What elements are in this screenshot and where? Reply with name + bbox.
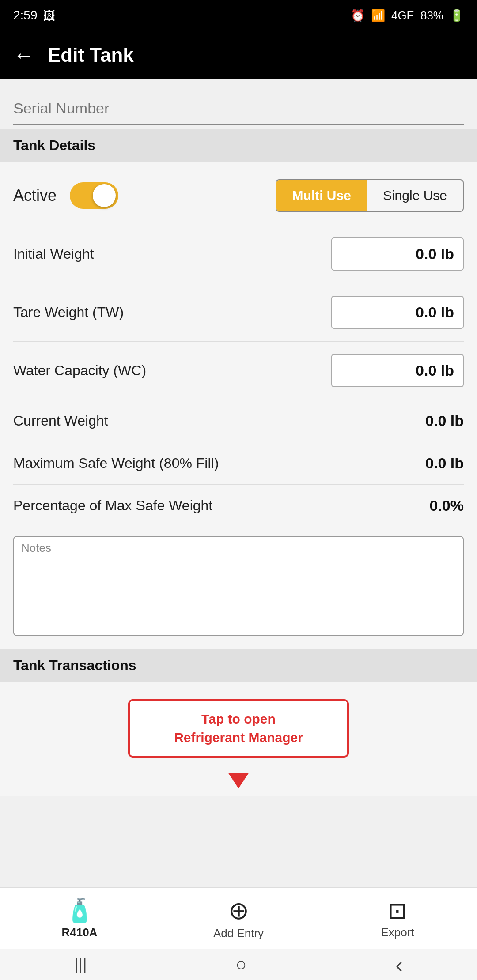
active-toggle[interactable] [70,182,118,209]
nav-refrigerant-label: R410A [62,926,98,939]
current-weight-label: Current Weight [13,413,375,429]
android-nav: ||| ○ ‹ [0,949,477,980]
nav-export-label: Export [381,926,414,939]
active-row: Active Multi Use Single Use [13,162,464,225]
tooltip-area: Tap to openRefrigerant Manager [0,682,477,796]
form-body: Active Multi Use Single Use Initial Weig… [0,162,477,649]
serial-number-section [0,79,477,125]
pct-max-safe-weight-row: Percentage of Max Safe Weight 0.0% [13,485,464,527]
water-capacity-input[interactable] [331,354,464,387]
notes-wrapper: Notes [13,536,464,636]
single-use-button[interactable]: Single Use [367,180,463,211]
add-entry-icon: ⊕ [228,898,249,923]
status-time: 2:59 [13,8,38,23]
status-battery: 83% [420,9,443,23]
current-weight-row: Current Weight 0.0 lb [13,400,464,442]
max-safe-weight-label: Maximum Safe Weight (80% Fill) [13,455,375,471]
tare-weight-label: Tare Weight (TW) [13,304,331,320]
tooltip-text: Tap to openRefrigerant Manager [143,710,334,747]
active-label: Active [13,186,57,205]
tooltip-arrow [228,771,249,792]
status-wifi-icon: 📶 [371,9,385,23]
notes-label: Notes [21,541,456,555]
back-button[interactable]: ← [13,45,34,66]
refrigerant-tank-icon: 🧴 [65,899,94,922]
initial-weight-row: Initial Weight [13,225,464,283]
export-icon: ⊡ [388,899,407,922]
nav-item-export[interactable]: ⊡ Export [318,899,477,939]
status-battery-icon: 🔋 [450,9,464,23]
app-bar: ← Edit Tank [0,31,477,79]
current-weight-value: 0.0 lb [375,412,464,430]
status-alarm-icon: ⏰ [351,9,365,23]
nav-add-entry-label: Add Entry [213,927,264,940]
notes-input[interactable] [21,557,456,627]
android-home-button[interactable]: ○ [235,954,246,975]
toggle-knob [93,184,116,207]
initial-weight-label: Initial Weight [13,246,331,262]
tank-transactions-header: Tank Transactions [0,649,477,682]
water-capacity-row: Water Capacity (WC) [13,342,464,400]
status-bar: 2:59 🖼 ⏰ 📶 4GE 83% 🔋 [0,0,477,31]
status-signal-icon: 4GE [391,9,414,23]
max-safe-weight-row: Maximum Safe Weight (80% Fill) 0.0 lb [13,442,464,485]
nav-item-refrigerant[interactable]: 🧴 R410A [0,899,159,939]
tare-weight-row: Tare Weight (TW) [13,283,464,342]
nav-item-add-entry[interactable]: ⊕ Add Entry [159,898,318,940]
transactions-content: Tap to openRefrigerant Manager [0,682,477,796]
android-menu-button[interactable]: ||| [74,955,87,974]
pct-max-safe-weight-label: Percentage of Max Safe Weight [13,498,375,514]
page-title: Edit Tank [48,44,134,66]
use-toggle: Multi Use Single Use [276,179,464,212]
notes-section: Notes [13,527,464,649]
water-capacity-label: Water Capacity (WC) [13,362,331,379]
bottom-nav: 🧴 R410A ⊕ Add Entry ⊡ Export [0,887,477,949]
status-photo-icon: 🖼 [43,8,55,23]
tank-details-header: Tank Details [0,129,477,162]
tooltip-popup: Tap to openRefrigerant Manager [128,699,349,758]
serial-number-input[interactable] [13,93,464,125]
multi-use-button[interactable]: Multi Use [276,180,367,211]
initial-weight-input[interactable] [331,237,464,271]
pct-max-safe-weight-value: 0.0% [375,497,464,514]
tare-weight-input[interactable] [331,296,464,329]
max-safe-weight-value: 0.0 lb [375,455,464,472]
android-back-button[interactable]: ‹ [396,953,403,977]
